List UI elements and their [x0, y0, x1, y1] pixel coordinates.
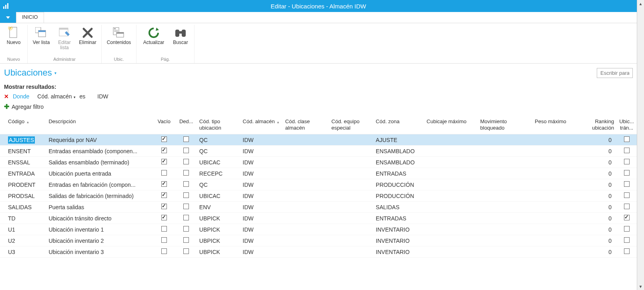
buscar-button[interactable]: Buscar — [169, 25, 192, 56]
cell-codigo[interactable]: ENTRADA — [0, 168, 46, 179]
checkbox[interactable] — [183, 215, 189, 220]
table-row[interactable]: ENTRADAUbicación puerta entradaRECEPCIDW… — [0, 168, 637, 179]
tab-inicio[interactable]: INICIO — [16, 12, 44, 23]
checkbox[interactable] — [183, 159, 189, 164]
col-tipo[interactable]: Cód. tipo ubicación — [197, 117, 241, 134]
checkbox[interactable] — [161, 170, 167, 176]
checkbox[interactable] — [624, 170, 630, 176]
checkbox[interactable] — [624, 237, 630, 243]
document-new-icon — [7, 26, 20, 39]
editar-lista-button[interactable]: Editar lista — [53, 25, 76, 56]
checkbox[interactable] — [183, 204, 189, 209]
where-label: Donde — [13, 93, 29, 100]
col-peso[interactable]: Peso máximo — [532, 117, 580, 134]
table-row[interactable]: TDUbicación tránsito directoUBPICKIDWENT… — [0, 213, 637, 224]
actualizar-button[interactable]: Actualizar — [139, 25, 169, 56]
checkbox[interactable] — [624, 181, 630, 187]
checkbox[interactable] — [624, 159, 630, 164]
cell-codigo[interactable]: ENSSAL — [0, 157, 46, 168]
checkbox[interactable] — [624, 226, 630, 232]
filter-field-dropdown[interactable]: Cód. almacén ▾ — [37, 93, 75, 100]
quick-filter-input[interactable] — [597, 68, 633, 78]
checkbox[interactable] — [161, 237, 167, 243]
checkbox[interactable] — [161, 159, 167, 164]
col-tran[interactable]: Ubic... trán... — [616, 117, 637, 134]
col-almacen[interactable]: Cód. almacén ▲ — [240, 117, 283, 134]
table-row[interactable]: ENSSALSalidas ensamblado (terminado)UBIC… — [0, 157, 637, 168]
checkbox[interactable] — [161, 215, 167, 220]
col-descripcion[interactable]: Descripción — [46, 117, 152, 134]
checkbox[interactable] — [183, 148, 189, 153]
remove-filter-button[interactable]: ✕ — [4, 93, 9, 100]
checkbox[interactable] — [183, 226, 189, 232]
list-edit-icon — [58, 26, 71, 39]
cell-codigo[interactable]: SALIDAS — [0, 202, 46, 213]
table-row[interactable]: SALIDASPuerta salidasENVIDWSALIDAS0 — [0, 202, 637, 213]
checkbox[interactable] — [161, 192, 167, 198]
scrollbar[interactable]: ▲ ▼ — [637, 0, 644, 290]
page-title[interactable]: Ubicaciones ▾ — [4, 68, 56, 78]
checkbox[interactable] — [183, 248, 189, 254]
scroll-down-button[interactable]: ▼ — [637, 283, 644, 290]
cell-codigo[interactable]: PRODSAL — [0, 190, 46, 202]
table-row[interactable]: AJUSTESRequerida por NAVQCIDWAJUSTE0 — [0, 134, 637, 146]
checkbox[interactable] — [161, 226, 167, 232]
filter-row: ✕ Donde Cód. almacén ▾ es IDW — [4, 93, 633, 100]
filter-op: es — [80, 93, 86, 100]
col-ded[interactable]: Ded... — [176, 117, 197, 134]
checkbox[interactable] — [161, 136, 167, 142]
cell-codigo[interactable]: ENSENT — [0, 146, 46, 157]
cell-codigo[interactable]: U1 — [0, 224, 46, 235]
checkbox[interactable] — [183, 136, 189, 142]
table-row[interactable]: U2Ubicación inventario 2UBPICKIDWINVENTA… — [0, 235, 637, 246]
cell-codigo[interactable]: TD — [0, 213, 46, 224]
cell-codigo[interactable]: U2 — [0, 235, 46, 246]
checkbox[interactable] — [183, 181, 189, 187]
svg-rect-0 — [3, 6, 4, 9]
ver-lista-label: Ver lista — [33, 40, 50, 45]
col-ranking[interactable]: Ranking ubicación — [580, 117, 616, 134]
checkbox[interactable] — [183, 192, 189, 198]
buscar-label: Buscar — [173, 40, 188, 45]
chevron-down-icon: ▾ — [54, 71, 56, 75]
add-filter-button[interactable]: ✚ Agregar filtro — [4, 103, 633, 110]
cell-codigo[interactable]: PRODENT — [0, 179, 46, 190]
checkbox[interactable] — [624, 148, 630, 153]
scroll-up-button[interactable]: ▲ — [637, 0, 644, 7]
table-row[interactable]: PRODSALSalidas de fabricación (terminado… — [0, 190, 637, 202]
table-row[interactable]: U3Ubicación inventario 3UBPICKIDWINVENTA… — [0, 246, 637, 258]
file-menu-tab[interactable] — [0, 12, 16, 23]
cell-codigo[interactable]: AJUSTES — [0, 134, 46, 146]
col-equipo[interactable]: Cód. equipo especial — [329, 117, 373, 134]
table-row[interactable]: ENSENTEntradas ensamblado (componen...QC… — [0, 146, 637, 157]
col-cubicaje[interactable]: Cubicaje máximo — [424, 117, 478, 134]
checkbox[interactable] — [624, 204, 630, 209]
svg-rect-2 — [7, 3, 8, 9]
nuevo-button[interactable]: Nuevo — [2, 25, 25, 56]
page-title-text: Ubicaciones — [4, 68, 52, 78]
checkbox[interactable] — [161, 181, 167, 187]
checkbox[interactable] — [161, 148, 167, 153]
cell-codigo[interactable]: U3 — [0, 246, 46, 258]
ver-lista-button[interactable]: Ver lista — [30, 25, 52, 56]
checkbox[interactable] — [161, 204, 167, 209]
nuevo-label: Nuevo — [7, 40, 21, 45]
checkbox[interactable] — [624, 192, 630, 198]
checkbox[interactable] — [161, 248, 167, 254]
col-codigo[interactable]: Código ▲ — [0, 117, 46, 134]
col-clase[interactable]: Cód. clase almacén — [283, 117, 329, 134]
scroll-track[interactable] — [637, 7, 644, 283]
checkbox[interactable] — [183, 237, 189, 243]
col-zona[interactable]: Cód. zona — [373, 117, 424, 134]
col-vacio[interactable]: Vacío — [152, 117, 176, 134]
table-row[interactable]: U1Ubicación inventario 1UBPICKIDWINVENTA… — [0, 224, 637, 235]
checkbox[interactable] — [624, 136, 630, 142]
col-movimiento[interactable]: Movimiento bloqueado — [478, 117, 532, 134]
svg-rect-18 — [179, 31, 183, 34]
table-row[interactable]: PRODENTEntradas en fabricación (compon..… — [0, 179, 637, 190]
checkbox[interactable] — [624, 215, 630, 220]
contenidos-button[interactable]: Contenidos — [104, 25, 134, 56]
checkbox[interactable] — [624, 248, 630, 254]
eliminar-button[interactable]: Eliminar — [76, 25, 99, 56]
checkbox[interactable] — [183, 170, 189, 176]
